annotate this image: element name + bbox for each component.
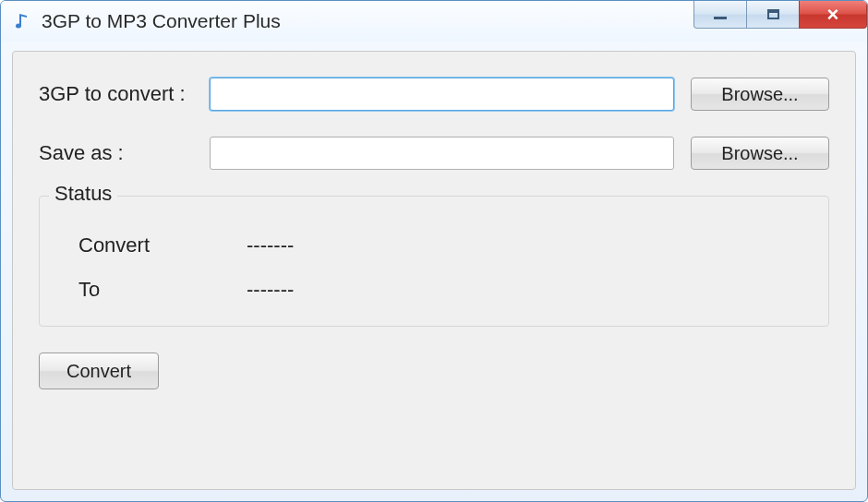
app-window: 3GP to MP3 Converter Plus × 3GP to conve… — [0, 0, 868, 502]
maximize-icon — [767, 9, 779, 19]
status-to-label: To — [62, 278, 247, 302]
input-file-field[interactable] — [210, 78, 674, 111]
status-convert-value: ------- — [247, 233, 294, 257]
status-group: Status Convert ------- To ------- — [39, 196, 829, 327]
minimize-button[interactable] — [693, 1, 747, 29]
close-button[interactable]: × — [799, 1, 867, 29]
save-as-row: Save as : Browse... — [39, 137, 829, 170]
browse-input-button[interactable]: Browse... — [691, 78, 829, 111]
status-convert-label: Convert — [62, 233, 247, 257]
window-controls: × — [694, 1, 867, 29]
window-title: 3GP to MP3 Converter Plus — [42, 10, 281, 32]
minimize-icon — [714, 16, 727, 19]
save-as-label: Save as : — [39, 141, 210, 165]
input-file-label: 3GP to convert : — [39, 82, 210, 106]
browse-save-button[interactable]: Browse... — [691, 137, 829, 170]
close-icon: × — [827, 5, 839, 25]
client-area: 3GP to convert : Browse... Save as : Bro… — [12, 51, 856, 490]
status-group-title: Status — [49, 182, 117, 206]
convert-button[interactable]: Convert — [39, 353, 159, 389]
status-to-value: ------- — [247, 278, 294, 302]
save-as-field[interactable] — [210, 137, 674, 170]
music-note-icon — [12, 11, 32, 31]
status-convert-row: Convert ------- — [62, 233, 806, 257]
input-file-row: 3GP to convert : Browse... — [39, 78, 829, 111]
titlebar[interactable]: 3GP to MP3 Converter Plus × — [1, 1, 867, 42]
maximize-button[interactable] — [746, 1, 800, 29]
status-to-row: To ------- — [62, 278, 806, 302]
